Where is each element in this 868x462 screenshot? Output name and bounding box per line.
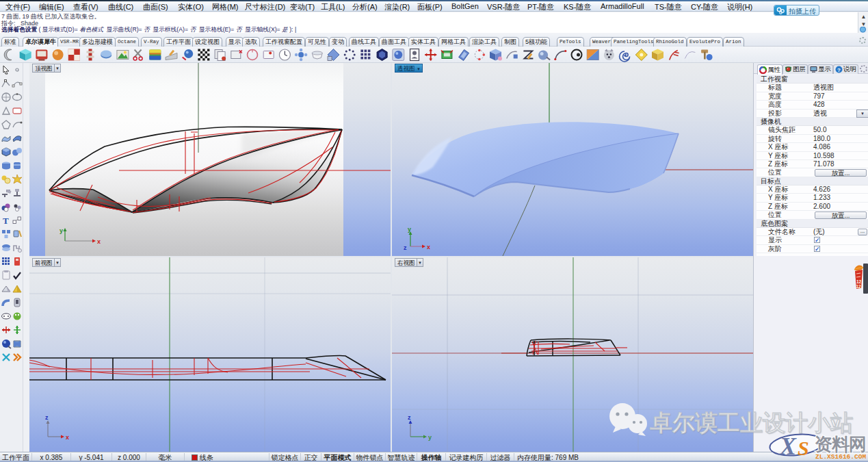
svg-text:ZL.XS1616.COM: ZL.XS1616.COM	[815, 453, 866, 461]
svg-text:x: x	[97, 238, 101, 245]
svg-text:X: X	[779, 433, 797, 460]
svg-text:S: S	[798, 437, 809, 459]
svg-text:x: x	[66, 434, 69, 441]
svg-text:x: x	[427, 244, 430, 251]
svg-text:y: y	[60, 227, 63, 234]
svg-text:?: ?	[837, 67, 841, 73]
svg-text:z: z	[45, 414, 49, 421]
svg-text:y: y	[428, 434, 432, 441]
svg-text:y: y	[408, 226, 411, 233]
svg-text:12: 12	[856, 284, 862, 289]
svg-text:z: z	[404, 244, 407, 251]
svg-text:z: z	[408, 414, 411, 421]
svg-text:资料网: 资料网	[815, 434, 866, 454]
svg-text:12: 12	[856, 279, 862, 284]
svg-text:T: T	[3, 216, 9, 226]
